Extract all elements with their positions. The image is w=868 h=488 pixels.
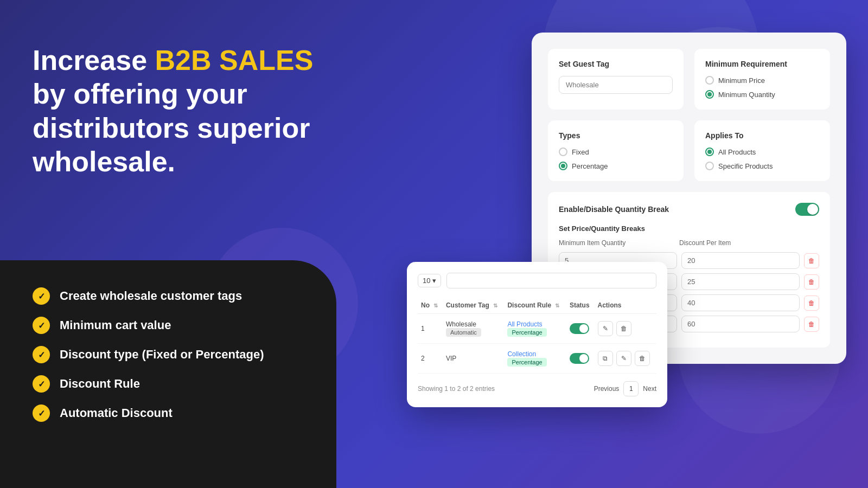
check-icon-3: ✓ [33,346,50,363]
specific-products-label: Specific Products [718,162,773,170]
feature-item-2: ✓ Minimum cart value [33,317,304,334]
feature-label-1: Create wholesale customer tags [60,289,242,303]
applies-to-card: Applies To All Products Specific Product… [694,120,830,181]
min-req-card: Minimum Requirement Minimum Price Minimu… [694,49,830,110]
min-qty-radio[interactable]: Minimum Quantity [705,90,819,99]
delete-break-4[interactable]: 🗑 [804,317,819,332]
table-toolbar: 10 ▾ [418,273,656,288]
row1-no: 1 [418,314,443,344]
fixed-radio-circle [559,147,567,156]
row1-rule-main: All Products [507,320,563,328]
all-products-label: All Products [718,148,756,156]
table-footer: Showing 1 to 2 of 2 entries Previous 1 N… [418,381,656,396]
check-icon-5: ✓ [33,404,50,422]
feature-item-1: ✓ Create wholesale customer tags [33,287,304,305]
types-title: Types [559,131,673,140]
feature-label-4: Discount Rule [60,377,140,391]
row1-edit-btn[interactable]: ✎ [598,321,613,336]
row1-status-toggle[interactable] [570,323,589,334]
page-number[interactable]: 1 [623,381,639,396]
check-icon-2: ✓ [33,317,50,334]
min-price-label: Minimum Price [718,76,765,85]
row2-copy-btn[interactable]: ⧉ [598,351,613,366]
break-discount-2[interactable] [681,273,800,290]
pagination: Previous 1 Next [594,381,656,396]
table-header-row: No ⇅ Customer Tag ⇅ Discount Rule ⇅ St [418,297,656,314]
break-discount-1[interactable] [681,252,800,269]
applies-to-radio-group: All Products Specific Products [705,147,819,170]
table-row: 1 Wholesale Automatic All Products Perce… [418,314,656,344]
min-req-title: Minimum Requirement [705,60,819,68]
row1-status [566,314,595,344]
delete-break-1[interactable]: 🗑 [804,253,819,268]
delete-break-2[interactable]: 🗑 [804,274,819,290]
col-header-customer-tag: Customer Tag ⇅ [443,297,505,314]
row1-delete-btn[interactable]: 🗑 [616,321,631,336]
min-price-radio[interactable]: Minimum Price [705,76,819,85]
feature-label-2: Minimum cart value [60,318,171,332]
feature-label-3: Discount type (Fixed or Percentage) [60,348,264,362]
row1-actions: ✎ 🗑 [595,314,656,344]
guest-tag-input[interactable] [559,76,673,94]
check-icon-4: ✓ [33,375,50,393]
fixed-label: Fixed [572,148,589,156]
types-radio-group: Fixed Percentage [559,147,673,170]
percentage-radio[interactable]: Percentage [559,162,673,170]
per-page-select[interactable]: 10 ▾ [418,274,441,287]
row2-status-toggle[interactable] [570,353,589,364]
quantity-header: Enable/Disable Quantity Break [559,203,819,216]
per-page-chevron-icon: ▾ [432,277,436,285]
min-req-radio-group: Minimum Price Minimum Quantity [705,76,819,99]
specific-products-radio-circle [705,162,714,170]
delete-break-3[interactable]: 🗑 [804,296,819,311]
table-panel: 10 ▾ No ⇅ Customer Tag ⇅ [407,262,667,407]
row2-tag-main: VIP [446,355,501,362]
row1-customer-tag: Wholesale Automatic [443,314,505,344]
feature-item-4: ✓ Discount Rule [33,375,304,393]
min-qty-col-label: Minimum Item Quantity [559,239,673,247]
panels-area: Set Guest Tag Minimum Requirement Minimu… [532,33,846,364]
feature-label-5: Automatic Discount [60,406,173,420]
col-header-discount-rule: Discount Rule ⇅ [504,297,566,314]
percentage-radio-circle [559,162,567,170]
row2-customer-tag: VIP [443,344,505,374]
row2-no: 2 [418,344,443,374]
discount-col-label: Discount Per Item [679,239,793,247]
row1-discount-rule: All Products Percentage [504,314,566,344]
row2-delete-btn[interactable]: 🗑 [635,351,650,366]
fixed-radio[interactable]: Fixed [559,147,673,156]
col-header-status: Status [566,297,595,314]
sort-tag-icon[interactable]: ⇅ [493,303,497,309]
all-products-radio-circle [705,147,714,156]
features-panel: ✓ Create wholesale customer tags ✓ Minim… [0,260,336,488]
break-discount-3[interactable] [681,294,800,311]
sort-rule-icon[interactable]: ⇅ [555,303,559,309]
row1-tag-main: Wholesale [446,320,501,328]
row1-rule-badge: Percentage [507,328,546,337]
row1-tag-badge: Automatic [446,328,481,337]
check-icon-1: ✓ [33,287,50,305]
col-header-no: No ⇅ [418,297,443,314]
panels-wrapper: Set Guest Tag Minimum Requirement Minimu… [532,33,846,364]
next-btn[interactable]: Next [643,385,656,393]
specific-products-radio[interactable]: Specific Products [705,162,819,170]
quantity-break-toggle[interactable] [795,203,819,216]
all-products-radio[interactable]: All Products [705,147,819,156]
quantity-enable-label: Enable/Disable Quantity Break [559,205,669,214]
delete-col-spacer [800,239,819,247]
feature-item-5: ✓ Automatic Discount [33,404,304,422]
row2-edit-btn[interactable]: ✎ [616,351,631,366]
sort-no-icon[interactable]: ⇅ [433,303,438,309]
search-input[interactable] [446,273,656,288]
previous-btn[interactable]: Previous [594,385,620,393]
percentage-label: Percentage [572,162,608,170]
break-discount-4[interactable] [681,316,800,332]
col-header-actions: Actions [595,297,656,314]
row2-action-btns: ⧉ ✎ 🗑 [598,351,653,366]
feature-item-3: ✓ Discount type (Fixed or Percentage) [33,346,304,363]
heading-suffix: by offering yourdistributors superiorwho… [33,78,310,177]
heading-highlight: B2B SALES [155,44,314,76]
set-breaks-label: Set Price/Quantity Breaks [559,224,819,233]
left-section: Increase B2B SALES by offering yourdistr… [33,43,369,179]
breaks-columns-header: Minimum Item Quantity Discount Per Item [559,239,819,247]
